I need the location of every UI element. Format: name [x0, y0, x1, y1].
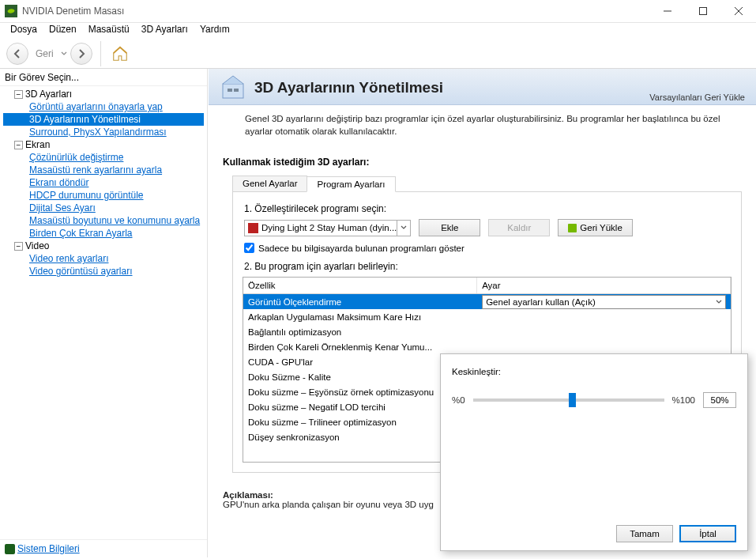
chevron-down-icon [397, 221, 410, 236]
sysinfo-icon [5, 544, 15, 554]
tree-item[interactable]: HDCP durumunu görüntüle [3, 189, 204, 202]
setting-name: Arkaplan Uygulaması Maksimum Kare Hızı [243, 311, 477, 323]
nvidia-icon [568, 224, 577, 232]
menu-help[interactable]: Yardım [194, 23, 235, 39]
program-dropdown-text: Dying Light 2 Stay Human (dyin... [261, 223, 397, 232]
table-row[interactable]: Görüntü ÖlçeklendirmeGenel ayarları kull… [243, 294, 731, 309]
section-heading: Kullanmak istediğim 3D ayarları: [223, 152, 742, 176]
window-titlebar: NVIDIA Denetim Masası [0, 0, 756, 23]
slider-thumb[interactable] [569, 393, 576, 407]
svg-rect-1 [699, 8, 706, 15]
page-title: 3D Ayarlarının Yönetilmesi [254, 79, 443, 96]
tree-item[interactable]: Masaüstü renk ayarlarını ayarla [3, 164, 204, 176]
table-header-feature: Özellik [243, 278, 477, 293]
back-button[interactable] [6, 43, 28, 65]
table-header-setting: Ayar [477, 278, 731, 293]
tree-item[interactable]: Dijital Ses Ayarı [3, 202, 204, 214]
slider-min-label: %0 [452, 395, 465, 405]
tree-expander-icon[interactable]: − [14, 242, 23, 251]
home-button[interactable] [109, 43, 131, 65]
system-info-link[interactable]: Sistem Bilgileri [17, 543, 80, 554]
setting-value-cell[interactable]: Genel ayarları kullan (Açık) [477, 294, 731, 311]
program-icon [248, 223, 258, 233]
sharpen-label: Keskinleştir: [452, 367, 736, 376]
slider-max-label: %100 [672, 395, 695, 405]
tree-group[interactable]: −Ekran [3, 138, 204, 151]
task-sidebar: Bir Görev Seçin... −3D AyarlarıGörüntü a… [0, 69, 208, 557]
cancel-button[interactable]: İptal [679, 525, 736, 542]
minimize-button[interactable] [649, 0, 685, 22]
tab-global[interactable]: Genel Ayarlar [232, 176, 307, 191]
tree-item[interactable]: Surround, PhysX Yapılandırması [3, 126, 204, 138]
setting-name: Görüntü Ölçeklendirme [243, 296, 477, 308]
menubar: Dosya Düzen Masaüstü 3D Ayarları Yardım [0, 23, 756, 39]
app-icon [5, 5, 17, 17]
task-tree: −3D AyarlarıGörüntü ayarlarını önayarla … [0, 86, 207, 539]
maximize-button[interactable] [685, 0, 720, 22]
slider-value-box: 50% [703, 392, 736, 408]
add-button[interactable]: Ekle [419, 219, 480, 236]
menu-desktop[interactable]: Masaüstü [83, 23, 135, 39]
tree-item[interactable]: Görüntü ayarlarını önayarla yap [3, 100, 204, 113]
setting-name: Birden Çok Kareli Örneklenmiş Kenar Yumu… [243, 341, 477, 353]
tree-group[interactable]: −3D Ayarları [3, 88, 204, 100]
setting-value-cell[interactable] [477, 346, 731, 349]
page-header: 3D Ayarlarının Yönetilmesi Varsayılanlar… [209, 69, 756, 105]
tree-item[interactable]: Çözünürlük değiştirme [3, 151, 204, 164]
restore-button-label: Geri Yükle [580, 223, 622, 232]
navigation-toolbar: Geri [0, 39, 756, 69]
tab-strip: Genel Ayarlar Program Ayarları [232, 176, 742, 192]
forward-button[interactable] [70, 43, 92, 65]
tree-item[interactable]: Ekranı döndür [3, 176, 204, 189]
menu-3d[interactable]: 3D Ayarları [136, 23, 194, 39]
tab-program[interactable]: Program Ayarları [307, 176, 395, 192]
remove-button: Kaldır [488, 219, 550, 236]
window-title: NVIDIA Denetim Masası [22, 6, 649, 17]
intro-text: Genel 3D ayarlarını değiştirip bazı prog… [209, 105, 756, 145]
only-installed-checkbox-row[interactable]: Sadece bu bilgisayarda bulunan programla… [244, 243, 732, 253]
restore-defaults-link[interactable]: Varsayılanları Geri Yükle [649, 93, 745, 102]
table-row[interactable]: Birden Çok Kareli Örneklenmiş Kenar Yumu… [243, 339, 731, 354]
step2-label: 2. Bu program için ayarları belirleyin: [244, 261, 732, 272]
ok-button[interactable]: Tamam [616, 525, 673, 542]
setting-name: Bağlantılı optimizasyon [243, 326, 477, 338]
svg-rect-6 [234, 89, 239, 92]
close-button[interactable] [720, 0, 756, 22]
tree-item[interactable]: 3D Ayarlarının Yönetilmesi [3, 113, 204, 126]
tree-group[interactable]: −Video [3, 240, 204, 252]
chevron-down-icon [716, 299, 722, 305]
svg-rect-4 [223, 84, 243, 98]
restore-button[interactable]: Geri Yükle [558, 219, 632, 236]
table-row[interactable]: Bağlantılı optimizasyon [243, 324, 731, 339]
setting-value-dropdown[interactable]: Genel ayarları kullan (Açık) [482, 295, 726, 309]
menu-edit[interactable]: Düzen [43, 23, 82, 39]
table-row[interactable]: Arkaplan Uygulaması Maksimum Kare Hızı [243, 309, 731, 324]
page-header-icon [220, 74, 246, 101]
toolbar-separator [100, 41, 101, 66]
back-label: Geri [36, 48, 54, 59]
step1-label: 1. Özelleştirilecek programı seçin: [244, 203, 732, 214]
setting-value-cell[interactable] [477, 330, 731, 334]
tree-item[interactable]: Masaüstü boyutunu ve konumunu ayarla [3, 214, 204, 227]
tree-expander-icon[interactable]: − [14, 141, 23, 149]
menu-file[interactable]: Dosya [5, 23, 43, 39]
explanation-text: GPU'nun arka planda çalışan bir oyunu ve… [223, 500, 434, 509]
tree-item[interactable]: Video görüntüsü ayarları [3, 265, 204, 278]
tree-item[interactable]: Birden Çok Ekran Ayarla [3, 227, 204, 240]
setting-value-cell[interactable] [477, 315, 731, 319]
svg-rect-5 [228, 89, 232, 92]
tree-expander-icon[interactable]: − [14, 90, 23, 99]
sidebar-header: Bir Görev Seçin... [0, 69, 207, 86]
sharpen-popup: Keskinleştir: %0 %100 50% Tamam İptal [440, 353, 748, 551]
only-installed-checkbox[interactable] [244, 243, 254, 253]
program-dropdown[interactable]: Dying Light 2 Stay Human (dyin... [244, 220, 411, 236]
sharpen-slider[interactable] [473, 398, 664, 402]
back-dropdown-icon[interactable] [61, 51, 67, 57]
only-installed-label: Sadece bu bilgisayarda bulunan programla… [258, 244, 465, 253]
tree-item[interactable]: Video renk ayarları [3, 252, 204, 265]
